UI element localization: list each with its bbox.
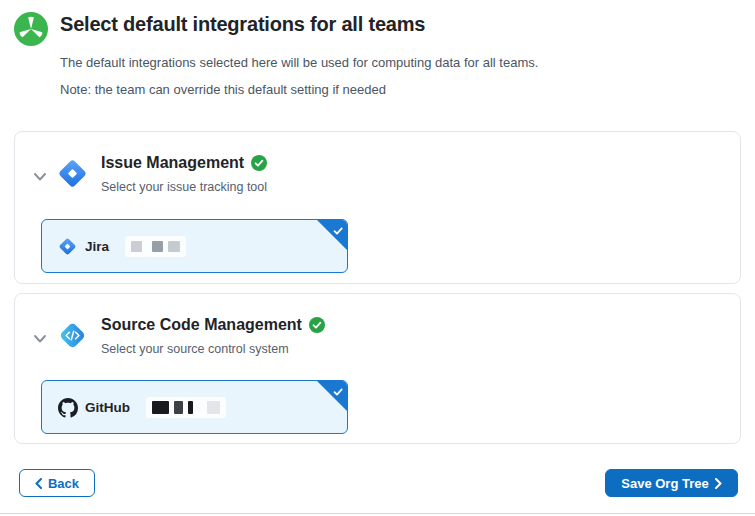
page-description: The default integrations selected here w… [60,55,538,70]
turbine-logo [14,12,48,46]
option-label: Jira [85,239,109,254]
check-icon [332,384,344,396]
page-bottom-divider [0,513,755,514]
check-circle-icon [309,317,325,333]
redacted-text [146,397,226,418]
page-note: Note: the team can override this default… [60,82,386,97]
page-title: Select default integrations for all team… [60,13,425,36]
github-icon [58,398,77,417]
jira-icon [58,237,77,256]
option-card-github[interactable]: GitHub [41,380,348,434]
jira-icon [57,158,88,189]
section-title: Issue Management [101,154,244,172]
check-icon [332,223,344,235]
section-title: Source Code Management [101,316,302,334]
chevron-left-icon [35,478,42,489]
code-diamond-icon [57,320,88,351]
section-issue-management: Issue Management Select your issue track… [14,131,741,284]
save-org-tree-button[interactable]: Save Org Tree [605,469,738,497]
chevron-down-icon[interactable] [33,330,47,340]
section-subtitle: Select your issue tracking tool [101,180,267,194]
option-card-jira[interactable]: Jira [41,219,348,273]
check-circle-icon [251,155,267,171]
option-label: GitHub [85,400,130,415]
save-button-label: Save Org Tree [621,476,708,491]
section-subtitle: Select your source control system [101,342,289,356]
integrations-settings-page: Select default integrations for all team… [0,0,755,516]
redacted-text [125,236,186,257]
back-button-label: Back [48,476,79,491]
section-source-code-management: Source Code Management Select your sourc… [14,293,741,444]
chevron-right-icon [715,478,722,489]
back-button[interactable]: Back [19,469,95,497]
chevron-down-icon[interactable] [33,168,47,178]
